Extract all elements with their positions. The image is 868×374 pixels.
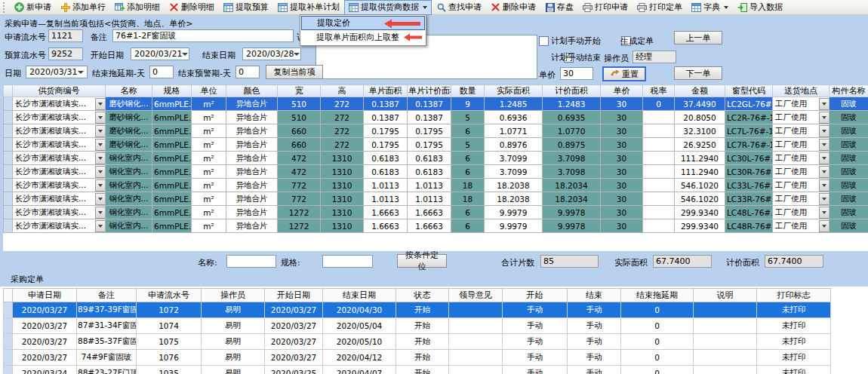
table-cell[interactable]: 6	[451, 206, 485, 219]
table-cell[interactable]: 手动	[503, 350, 568, 366]
table-cell[interactable]: 0	[621, 350, 694, 366]
table-cell[interactable]: 32.3100	[675, 124, 725, 138]
chevron-down-icon[interactable]	[95, 193, 106, 205]
table-cell[interactable]: 1076	[137, 350, 202, 366]
table-cell[interactable]: 1.0113	[364, 192, 408, 206]
table-row[interactable]: 长沙市潇湘玻璃实...钢化室内...6mmPLE...m²异地合片4721310…	[4, 152, 868, 165]
chevron-down-icon[interactable]	[819, 152, 830, 164]
table-cell[interactable]: 1.6663	[408, 206, 451, 219]
table-cell[interactable]: 固玻	[830, 124, 868, 138]
supplier-select[interactable]: 长沙市潇湘玻璃实...	[13, 219, 106, 233]
table-cell[interactable]: 5	[451, 138, 485, 152]
table-cell[interactable]	[694, 302, 757, 318]
print-request-button[interactable]: 打印申请	[578, 0, 633, 15]
table-cell[interactable]: 6mmPLE...	[152, 124, 192, 138]
supplier-select[interactable]: 长沙市潇湘玻璃实...	[13, 206, 106, 219]
table-cell[interactable]: 磨砂钢化...	[106, 97, 152, 111]
table-cell[interactable]: 88#23-27F门顶玻	[77, 366, 137, 374]
table-cell[interactable]: 30	[601, 111, 643, 124]
table-cell[interactable]	[694, 334, 757, 350]
table-cell[interactable]: 30	[601, 152, 643, 165]
delivery-location-select[interactable]: 工厂使用	[773, 192, 830, 206]
delete-detail-button[interactable]: 删除明细	[165, 0, 219, 15]
delivery-location-select[interactable]: 工厂使用	[773, 179, 830, 192]
table-cell[interactable]: 手动	[568, 350, 621, 366]
table-row[interactable]: 长沙市潇湘玻璃实...磨砂钢化...6mmPLE...m²异地合片5102720…	[4, 97, 868, 111]
table-cell[interactable]: 3.7098	[543, 165, 601, 179]
table-cell[interactable]: 手动	[503, 318, 568, 334]
table-cell[interactable]: 272	[321, 111, 364, 124]
table-cell[interactable]: 1.0770	[543, 124, 601, 138]
table-cell[interactable]: m²	[192, 152, 226, 165]
table-cell[interactable]: 钢化室内...	[106, 219, 152, 233]
table-cell[interactable]: 固玻	[830, 111, 868, 124]
table-cell[interactable]: 472	[278, 152, 321, 165]
table-cell[interactable]: 0.1387	[364, 111, 408, 124]
table-cell[interactable]: 6mmPLE...	[152, 192, 192, 206]
chevron-down-icon[interactable]	[182, 53, 188, 56]
table-cell[interactable]: 1310	[321, 165, 364, 179]
table-cell[interactable]: 30	[601, 179, 643, 192]
table-cell[interactable]: m²	[192, 192, 226, 206]
table-cell[interactable]: 18.2034	[543, 179, 601, 192]
table-cell[interactable]: 2020/03/27	[265, 334, 323, 350]
table-cell[interactable]: 772	[278, 179, 321, 192]
table-cell[interactable]: LC30R-76#...	[725, 165, 773, 179]
table-cell[interactable]: 1075	[137, 334, 202, 350]
table-cell[interactable]: 手动	[568, 302, 621, 318]
table-row[interactable]: 长沙市潇湘玻璃实...钢化室内...6mmPLE...m²异地合片7721310…	[4, 192, 868, 206]
date-select[interactable]: 2020/03/31	[26, 66, 88, 78]
table-cell[interactable]: 111.2940	[675, 152, 725, 165]
table-cell[interactable]: 固玻	[830, 97, 868, 111]
table-cell[interactable]: m²	[192, 219, 226, 233]
table-cell[interactable]: 2020/04/07	[323, 366, 396, 374]
table-cell[interactable]: 2020/03/27	[13, 350, 77, 366]
add-detail-button[interactable]: 添加明细	[110, 0, 165, 15]
table-cell[interactable]: 2020/05/04	[323, 318, 396, 334]
table-row[interactable]: 长沙市潇湘玻璃实...钢化室内...6mmPLE...m²异地合片1272131…	[4, 219, 868, 233]
table-cell[interactable]: 磨砂钢化...	[106, 111, 152, 124]
table-cell[interactable]: 74#9F窗固玻	[77, 350, 137, 366]
table-cell[interactable]: 272	[321, 97, 364, 111]
table-cell[interactable]: 546.1020	[675, 192, 725, 206]
table-cell[interactable]: 6mmPLE...	[152, 165, 192, 179]
table-cell[interactable]: 1074	[137, 318, 202, 334]
table-cell[interactable]: 易明	[202, 366, 265, 374]
table-cell[interactable]: 472	[278, 165, 321, 179]
table-cell[interactable]: 2020/03/27	[265, 350, 323, 366]
table-cell[interactable]: 6	[451, 124, 485, 138]
delivery-location-select[interactable]: 工厂使用	[773, 165, 830, 179]
supplier-select[interactable]: 长沙市潇湘玻璃实...	[13, 179, 106, 192]
table-cell[interactable]: 固玻	[830, 179, 868, 192]
table-cell[interactable]	[694, 366, 757, 374]
table-cell[interactable]: 1.0113	[408, 179, 451, 192]
table-cell[interactable]: 手动	[503, 366, 568, 374]
table-cell[interactable]: 钢化室内...	[106, 206, 152, 219]
table-cell[interactable]: 1.2483	[543, 97, 601, 111]
table-cell[interactable]: 30	[601, 165, 643, 179]
save-button[interactable]: 存盘	[540, 0, 578, 15]
delivery-location-select[interactable]: 工厂使用	[773, 206, 830, 219]
extract-budget-button[interactable]: 提取预算	[219, 0, 273, 15]
table-cell[interactable]: 89#37-39F窗固玻	[77, 302, 137, 318]
table-cell[interactable]: 钢化室内...	[106, 192, 152, 206]
table-cell[interactable]: 6mmPLE...	[152, 97, 192, 111]
table-cell[interactable]: 18.2038	[485, 179, 543, 192]
table-cell[interactable]: LC2R-76#-1F	[725, 111, 773, 124]
table-row[interactable]: 2020/03/2488#23-27F门顶玻1035易明2020/03/2520…	[4, 366, 831, 374]
table-cell[interactable]: 2020/04/30	[323, 302, 396, 318]
spec-filter-field[interactable]	[322, 255, 373, 268]
table-cell[interactable]: 0.1795	[408, 124, 451, 138]
table-cell[interactable]: 2020/04/12	[323, 350, 396, 366]
table-cell[interactable]: 固玻	[830, 152, 868, 165]
table-cell[interactable]: m²	[192, 138, 226, 152]
table-row[interactable]: 长沙市潇湘玻璃实...磨砂钢化...6mmPLE...m²异地合片6602720…	[4, 124, 868, 138]
end-date-select[interactable]: 2020/03/28	[242, 48, 301, 60]
chevron-down-icon[interactable]	[819, 207, 830, 219]
budget-no-field[interactable]	[48, 48, 83, 60]
table-cell[interactable]: 18	[451, 179, 485, 192]
table-cell[interactable]: 0.1795	[408, 138, 451, 152]
chevron-down-icon[interactable]	[95, 139, 106, 151]
table-cell[interactable]: 30	[601, 97, 643, 111]
copy-current-item-button[interactable]: 复制当前项	[266, 65, 323, 79]
